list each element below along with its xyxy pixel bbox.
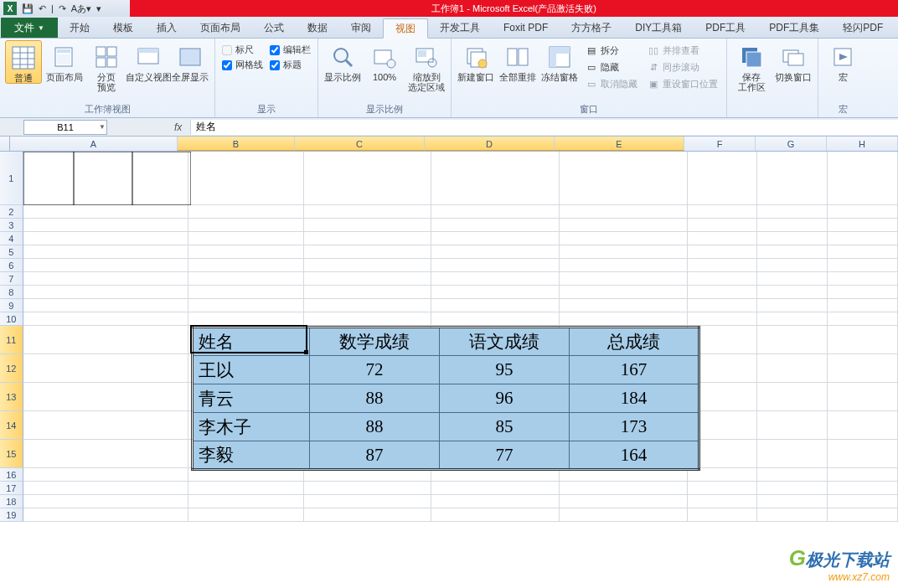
cell-H10[interactable]	[828, 312, 898, 326]
table-cell[interactable]: 164	[570, 441, 699, 470]
formula-input[interactable]: 姓名	[190, 120, 898, 135]
row-header-11[interactable]: 11	[0, 326, 23, 354]
cell-B4[interactable]	[188, 232, 304, 245]
cell-B1[interactable]	[188, 152, 304, 205]
cell-A6[interactable]	[23, 259, 188, 272]
row-header-6[interactable]: 6	[0, 259, 23, 272]
cell-D4[interactable]	[431, 232, 560, 245]
cell-H5[interactable]	[828, 245, 898, 259]
cell-H17[interactable]	[828, 482, 898, 495]
cell-B5[interactable]	[188, 245, 304, 259]
cell-B8[interactable]	[188, 286, 304, 299]
cell-F6[interactable]	[688, 259, 758, 272]
tab-pdftool[interactable]: PDF工具	[694, 18, 757, 38]
pagebreak-view-button[interactable]: 分页 预览	[87, 40, 126, 92]
column-header-A[interactable]: A	[10, 137, 178, 151]
cell-A9[interactable]	[23, 299, 188, 312]
cell-H15[interactable]	[828, 440, 898, 468]
tab-data[interactable]: 数据	[296, 18, 339, 38]
name-box[interactable]: B11 ▼	[23, 120, 107, 135]
cell-E4[interactable]	[560, 232, 688, 245]
cell-C9[interactable]	[304, 299, 432, 312]
cell-A3[interactable]	[23, 219, 188, 232]
cell-H2[interactable]	[828, 205, 898, 219]
cell-E19[interactable]	[560, 508, 688, 522]
cell-F4[interactable]	[688, 232, 758, 245]
cell-G18[interactable]	[757, 495, 828, 508]
cell-G14[interactable]	[757, 411, 828, 440]
table-cell[interactable]: 85	[440, 413, 570, 441]
row-header-15[interactable]: 15	[0, 440, 23, 468]
tab-devtools[interactable]: 开发工具	[428, 18, 492, 38]
cell-G6[interactable]	[757, 259, 828, 272]
cell-C8[interactable]	[304, 286, 432, 299]
cell-H7[interactable]	[828, 272, 898, 286]
tab-pagelayout[interactable]: 页面布局	[188, 18, 252, 38]
customview-button[interactable]: 自定义视图	[129, 40, 168, 82]
cell-F18[interactable]	[688, 495, 758, 508]
cell-D9[interactable]	[431, 299, 560, 312]
tab-foxitpdf[interactable]: Foxit PDF	[492, 18, 560, 38]
cell-G8[interactable]	[757, 286, 828, 299]
table-cell[interactable]: 87	[310, 441, 440, 470]
cell-D5[interactable]	[431, 245, 560, 259]
column-header-D[interactable]: D	[425, 137, 555, 151]
cell-E18[interactable]	[560, 495, 688, 508]
arrange-button[interactable]: 全部重排	[498, 40, 537, 82]
table-cell[interactable]: 173	[570, 413, 699, 441]
table-cell[interactable]: 88	[310, 384, 440, 413]
newwindow-button[interactable]: 新建窗口	[457, 40, 495, 82]
tab-view[interactable]: 视图	[383, 18, 428, 39]
cell-G15[interactable]	[757, 440, 828, 468]
cell-C6[interactable]	[304, 259, 432, 272]
cell-E2[interactable]	[560, 205, 688, 219]
cell-C2[interactable]	[304, 205, 432, 219]
table-cell[interactable]: 167	[570, 356, 699, 384]
cell-H9[interactable]	[828, 299, 898, 312]
redo-icon[interactable]: ↷	[59, 3, 66, 14]
zoomsel-button[interactable]: 缩放到 选定区域	[407, 40, 446, 92]
table-header[interactable]: 数学成绩	[310, 328, 440, 356]
cell-C17[interactable]	[304, 482, 432, 495]
saveworkspace-button[interactable]: 保存 工作区	[732, 40, 771, 92]
cell-H12[interactable]	[828, 354, 898, 383]
cell-C10[interactable]	[304, 312, 432, 326]
cell-G7[interactable]	[757, 272, 828, 286]
cell-G10[interactable]	[757, 312, 828, 326]
cell-A5[interactable]	[23, 245, 188, 259]
table-cell[interactable]: 李毅	[193, 441, 310, 470]
cell-G11[interactable]	[757, 326, 828, 354]
cell-C7[interactable]	[304, 272, 432, 286]
cell-H19[interactable]	[828, 508, 898, 522]
cell-G12[interactable]	[757, 354, 828, 383]
cell-E17[interactable]	[560, 482, 688, 495]
freeze-button[interactable]: 冻结窗格	[540, 40, 579, 82]
table-cell[interactable]: 96	[440, 384, 570, 413]
row-header-1[interactable]: 1	[0, 152, 23, 205]
cell-C19[interactable]	[304, 508, 432, 522]
pagelayout-view-button[interactable]: 页面布局	[45, 40, 84, 82]
row-header-18[interactable]: 18	[0, 495, 23, 508]
cell-A4[interactable]	[23, 232, 188, 245]
cell-F8[interactable]	[688, 286, 758, 299]
tab-pdfset[interactable]: PDF工具集	[757, 18, 831, 38]
cell-B17[interactable]	[188, 482, 304, 495]
cell-E1[interactable]	[560, 152, 688, 205]
cell-D19[interactable]	[431, 508, 560, 522]
zoom-button[interactable]: 显示比例	[323, 40, 362, 82]
table-cell[interactable]: 77	[440, 441, 570, 470]
column-header-F[interactable]: F	[684, 137, 756, 151]
zoom100-button[interactable]: 100%	[365, 40, 404, 82]
hide-button[interactable]: ▭隐藏	[584, 60, 639, 75]
row-header-9[interactable]: 9	[0, 299, 23, 312]
cell-D7[interactable]	[431, 272, 560, 286]
table-header[interactable]: 语文成绩	[440, 328, 570, 356]
cell-C4[interactable]	[304, 232, 432, 245]
cell-F3[interactable]	[688, 219, 758, 232]
ruler-checkbox[interactable]: 标尺	[222, 44, 263, 56]
cell-D2[interactable]	[431, 205, 560, 219]
cell-B6[interactable]	[188, 259, 304, 272]
row-header-2[interactable]: 2	[0, 205, 23, 219]
headings-checkbox[interactable]: 标题	[270, 59, 311, 71]
cell-A17[interactable]	[23, 482, 188, 495]
